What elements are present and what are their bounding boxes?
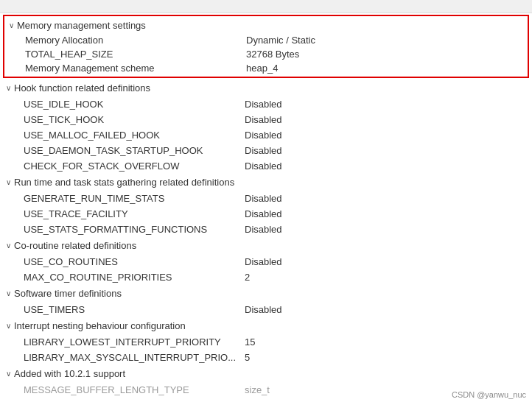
row-value: Disabled <box>245 256 526 267</box>
section-label: Hook function related definitions <box>14 82 150 94</box>
row-item: GENERATE_RUN_TIME_STATSDisabled <box>0 191 532 206</box>
row-value: 32768 Bytes <box>246 49 522 60</box>
section-interrupt-nesting: ∨Interrupt nesting behaviour configurati… <box>0 317 532 365</box>
row-item: TOTAL_HEAP_SIZE32768 Bytes <box>4 47 528 61</box>
row-item: MAX_CO_ROUTINE_PRIORITIES2 <box>0 269 532 285</box>
row-label: USE_STATS_FORMATTING_FUNCTIONS <box>24 224 245 235</box>
chevron-icon: ∨ <box>6 370 11 378</box>
row-label: MESSAGE_BUFFER_LENGTH_TYPE <box>24 384 245 395</box>
chevron-icon: ∨ <box>6 322 11 330</box>
row-label: MAX_CO_ROUTINE_PRIORITIES <box>24 272 245 283</box>
chevron-icon: ∨ <box>6 289 11 297</box>
row-label: LIBRARY_LOWEST_INTERRUPT_PRIORITY <box>24 336 245 348</box>
main-container: ∨Memory management settingsMemory Alloca… <box>0 0 532 402</box>
section-header-hook-function: ∨Hook function related definitions <box>0 80 532 96</box>
row-label: TOTAL_HEAP_SIZE <box>25 49 246 60</box>
row-item: USE_DAEMON_TASK_STARTUP_HOOKDisabled <box>0 143 532 158</box>
row-label: Memory Management scheme <box>25 63 246 74</box>
row-item: USE_STATS_FORMATTING_FUNCTIONSDisabled <box>0 222 532 237</box>
section-header-memory-management: ∨Memory management settings <box>4 18 528 33</box>
row-label: USE_MALLOC_FAILED_HOOK <box>24 130 245 141</box>
section-label: Interrupt nesting behaviour configuratio… <box>14 320 186 331</box>
section-header-software-timer: ∨Software timer definitions <box>0 285 532 302</box>
row-value: Disabled <box>245 145 526 156</box>
row-item: USE_CO_ROUTINESDisabled <box>0 254 532 269</box>
section-label: Added with 10.2.1 support <box>14 368 125 379</box>
row-value: 2 <box>245 272 526 283</box>
row-item: Memory Management schemeheap_4 <box>4 61 528 75</box>
row-item: USE_IDLE_HOOKDisabled <box>0 96 532 112</box>
section-header-interrupt-nesting: ∨Interrupt nesting behaviour configurati… <box>0 317 532 334</box>
section-co-routine: ∨Co-routine related definitionsUSE_CO_RO… <box>0 237 532 285</box>
row-label: USE_DAEMON_TASK_STARTUP_HOOK <box>24 145 245 156</box>
section-label: Run time and task stats gathering relate… <box>14 177 234 188</box>
row-label: LIBRARY_MAX_SYSCALL_INTERRUPT_PRIO... <box>24 352 245 363</box>
row-value: 5 <box>245 352 526 363</box>
row-item: Memory AllocationDynamic / Static <box>4 33 528 47</box>
row-label: Memory Allocation <box>25 35 246 46</box>
section-header-added-support: ∨Added with 10.2.1 support <box>0 365 532 382</box>
row-value: heap_4 <box>246 63 522 74</box>
row-item: CHECK_FOR_STACK_OVERFLOWDisabled <box>0 158 532 174</box>
chevron-icon: ∨ <box>6 84 11 92</box>
row-value: Disabled <box>245 161 526 172</box>
section-hook-function: ∨Hook function related definitionsUSE_ID… <box>0 80 532 174</box>
row-label: USE_IDLE_HOOK <box>24 99 245 110</box>
row-value: 15 <box>245 336 526 348</box>
row-label: USE_TIMERS <box>24 304 245 315</box>
row-item: USE_MALLOC_FAILED_HOOKDisabled <box>0 127 532 143</box>
watermark: CSDN @yanwu_nuc <box>452 390 526 399</box>
row-label: CHECK_FOR_STACK_OVERFLOW <box>24 161 245 172</box>
section-software-timer: ∨Software timer definitionsUSE_TIMERSDis… <box>0 285 532 317</box>
section-header-co-routine: ∨Co-routine related definitions <box>0 237 532 254</box>
row-item: USE_TRACE_FACILITYDisabled <box>0 206 532 222</box>
row-value: Disabled <box>245 224 526 235</box>
row-value: Disabled <box>245 99 526 110</box>
row-label: USE_TRACE_FACILITY <box>24 208 245 219</box>
section-label: Software timer definitions <box>14 288 122 299</box>
section-header-runtime-stats: ∨Run time and task stats gathering relat… <box>0 174 532 191</box>
row-label: GENERATE_RUN_TIME_STATS <box>24 193 245 204</box>
row-label: USE_CO_ROUTINES <box>24 256 245 267</box>
chevron-icon: ∨ <box>6 241 11 250</box>
row-item: LIBRARY_MAX_SYSCALL_INTERRUPT_PRIO...5 <box>0 350 532 365</box>
section-runtime-stats: ∨Run time and task stats gathering relat… <box>0 174 532 237</box>
row-label: USE_TICK_HOOK <box>24 114 245 125</box>
row-item: USE_TIMERSDisabled <box>0 302 532 317</box>
row-value: Disabled <box>245 130 526 141</box>
row-value: Disabled <box>245 193 526 204</box>
section-label: Memory management settings <box>17 20 146 31</box>
chevron-icon: ∨ <box>9 21 14 29</box>
section-label: Co-routine related definitions <box>14 240 136 251</box>
row-item: USE_TICK_HOOKDisabled <box>0 112 532 127</box>
row-value: Disabled <box>245 208 526 219</box>
row-value: Disabled <box>245 304 526 315</box>
top-bar <box>0 0 532 13</box>
section-memory-management: ∨Memory management settingsMemory Alloca… <box>3 15 529 78</box>
row-value: Disabled <box>245 114 526 125</box>
chevron-icon: ∨ <box>6 178 11 186</box>
row-item: LIBRARY_LOWEST_INTERRUPT_PRIORITY15 <box>0 334 532 350</box>
sections-container: ∨Memory management settingsMemory Alloca… <box>0 15 532 402</box>
row-value: Dynamic / Static <box>246 35 522 46</box>
